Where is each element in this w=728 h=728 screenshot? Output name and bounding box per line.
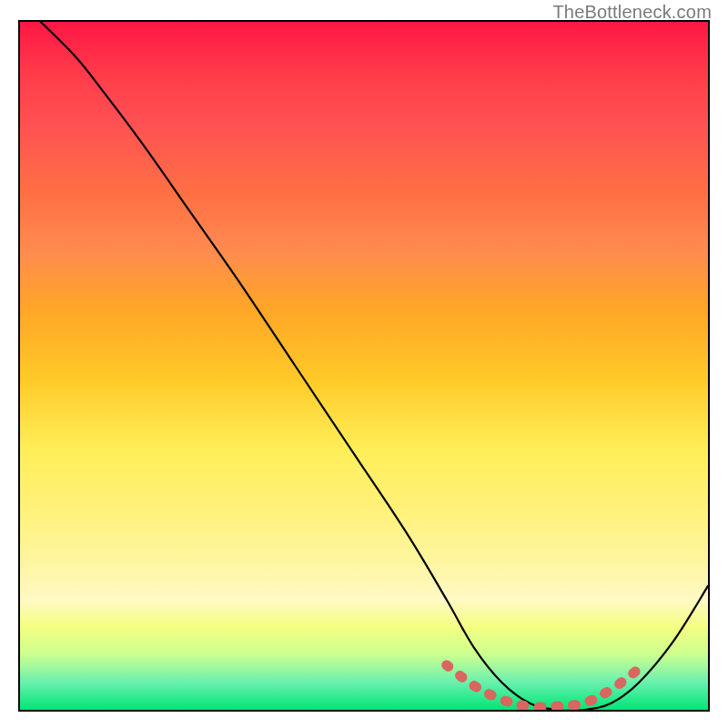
chart-svg <box>20 22 708 710</box>
plot-area <box>18 20 710 712</box>
optimal-band-path <box>447 665 640 707</box>
chart-container: TheBottleneck.com <box>0 0 728 728</box>
bottleneck-curve-path <box>41 22 708 710</box>
